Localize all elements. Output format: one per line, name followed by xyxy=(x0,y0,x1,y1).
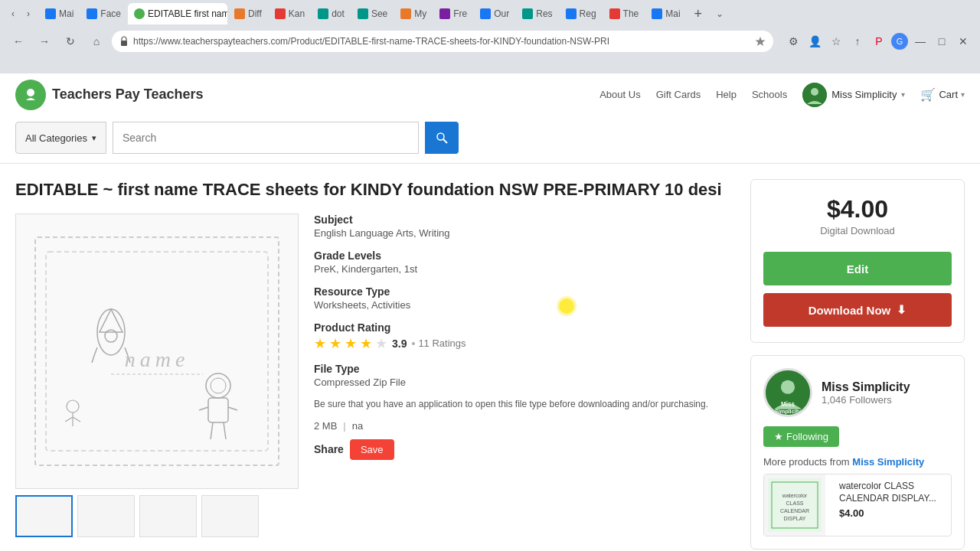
grade-label: Grade Levels xyxy=(314,249,732,262)
logo[interactable]: Teachers Pay Teachers xyxy=(15,80,203,110)
thumbnail-4[interactable] xyxy=(201,495,259,537)
price-actions: Edit Download Now ⬇ xyxy=(751,252,964,342)
grade-value: PreK, Kindergarten, 1st xyxy=(314,263,732,275)
cart-chevron: ▾ xyxy=(961,90,965,99)
thumbnail-3[interactable] xyxy=(139,495,197,537)
nav-about[interactable]: About Us xyxy=(599,89,640,100)
tab-dot[interactable]: dot xyxy=(312,3,351,24)
edit-button[interactable]: Edit xyxy=(763,252,952,285)
stars-row: ★ ★ ★ ★ ★ 3.9 • 11 Ratings xyxy=(314,335,732,352)
file-size: 2 MB xyxy=(314,420,337,432)
tab-label: Our xyxy=(494,8,509,19)
pinterest-button[interactable]: P xyxy=(870,32,888,51)
file-format: na xyxy=(352,420,363,432)
logo-icon xyxy=(15,80,46,110)
star-5: ★ xyxy=(375,335,387,352)
search-button[interactable] xyxy=(425,122,459,154)
tab-our[interactable]: Our xyxy=(474,3,515,24)
svg-point-14 xyxy=(211,378,226,393)
tab-favicon-face xyxy=(87,8,97,19)
tabs-back-btn[interactable]: ‹ xyxy=(6,7,20,21)
meta-grade: Grade Levels PreK, Kindergarten, 1st xyxy=(314,249,732,275)
minimize-button[interactable]: — xyxy=(911,32,929,51)
tab-navigation: ‹ › xyxy=(6,7,35,21)
save-button[interactable]: Save xyxy=(350,439,394,460)
resource-label: Resource Type xyxy=(314,285,732,298)
tab-diff[interactable]: Diff xyxy=(228,3,268,24)
tab-fre[interactable]: Fre xyxy=(433,3,473,24)
thumbnail-2[interactable] xyxy=(77,495,135,537)
tab-res[interactable]: Res xyxy=(516,3,558,24)
new-tab-button[interactable]: + xyxy=(688,3,709,24)
nav-help[interactable]: Help xyxy=(716,89,737,100)
star-1: ★ xyxy=(314,335,326,352)
tab-tpt[interactable]: EDITABLE first name... ✕ xyxy=(128,3,227,24)
tab-mai2[interactable]: Mai xyxy=(645,3,686,24)
tab-label: Kan xyxy=(289,8,305,19)
seller-details: Miss Simplicity 1,046 Followers xyxy=(822,380,910,406)
following-star-icon: ★ xyxy=(774,431,783,442)
svg-point-2 xyxy=(27,89,34,96)
file-size-row: 2 MB | na xyxy=(314,420,732,432)
download-button[interactable]: Download Now ⬇ xyxy=(763,293,952,327)
lock-icon xyxy=(119,36,129,47)
svg-line-18 xyxy=(65,417,73,422)
close-window-button[interactable]: ✕ xyxy=(954,32,972,51)
price-header: $4.00 Digital Download xyxy=(751,180,964,252)
thumbnail-1[interactable] xyxy=(15,495,73,537)
tab-my[interactable]: My xyxy=(394,3,433,24)
file-divider: | xyxy=(343,420,345,432)
reload-button[interactable]: ↻ xyxy=(60,31,81,52)
home-button[interactable]: ⌂ xyxy=(86,31,107,52)
tab-label: Mai xyxy=(665,8,680,19)
product-image-drawing: name xyxy=(34,236,279,466)
star-icon[interactable] xyxy=(755,36,766,47)
product-content: EDITABLE ~ first name TRACE sheets for K… xyxy=(15,179,732,549)
tab-mai1[interactable]: Mai xyxy=(39,3,80,24)
user-profile-button[interactable]: G xyxy=(891,33,908,50)
tab-overflow-btn[interactable]: ⌄ xyxy=(713,7,727,21)
nav-schools[interactable]: Schools xyxy=(752,89,787,100)
tabs-forward-btn[interactable]: › xyxy=(21,7,35,21)
bookmark-button[interactable]: ☆ xyxy=(827,32,845,51)
forward-button[interactable]: → xyxy=(34,31,55,52)
account-button[interactable]: 👤 xyxy=(805,32,824,51)
nav-gift-cards[interactable]: Gift Cards xyxy=(656,89,701,100)
tab-label: My xyxy=(414,8,426,19)
tab-favicon-the xyxy=(609,8,620,19)
search-input[interactable] xyxy=(113,122,419,154)
tab-favicon-fre xyxy=(439,8,450,19)
tab-favicon-my xyxy=(400,8,411,19)
seller-name: Miss Simplicity xyxy=(822,380,910,394)
user-menu[interactable]: Miss Simplicity ▾ xyxy=(802,83,905,107)
category-dropdown[interactable]: All Categories ▾ xyxy=(15,122,106,154)
tab-label: The xyxy=(623,8,639,19)
product-image-section: name xyxy=(15,214,299,537)
meta-file-note: Be sure that you have an application to … xyxy=(314,399,732,409)
related-product-card[interactable]: watercolor CLASS CALENDAR DISPLAY waterc… xyxy=(763,474,952,536)
filetype-value: Compressed Zip File xyxy=(314,377,732,388)
share-button[interactable]: ↑ xyxy=(848,32,867,51)
tab-favicon-res xyxy=(522,8,533,19)
cart-button[interactable]: 🛒 Cart ▾ xyxy=(920,87,965,102)
svg-text:watercolor: watercolor xyxy=(782,493,808,498)
extensions-button[interactable]: ⚙ xyxy=(784,32,802,51)
tab-label: EDITABLE first name... xyxy=(148,8,227,19)
download-icon: ⬇ xyxy=(897,303,906,317)
tab-favicon-reg xyxy=(566,8,577,19)
back-button[interactable]: ← xyxy=(8,31,29,52)
download-label: Download Now xyxy=(808,304,891,317)
tab-reg[interactable]: Reg xyxy=(560,3,603,24)
maximize-button[interactable]: □ xyxy=(933,32,951,51)
search-icon xyxy=(436,132,448,144)
url-bar[interactable]: https://www.teacherspayteachers.com/Prod… xyxy=(112,31,773,52)
product-meta: Subject English Language Arts, Writing G… xyxy=(314,214,732,537)
tab-favicon-tpt xyxy=(134,8,145,19)
following-button[interactable]: ★ Following xyxy=(763,426,839,447)
tab-see[interactable]: See xyxy=(351,3,394,24)
tab-the[interactable]: The xyxy=(603,3,645,24)
following-label: Following xyxy=(786,431,828,442)
tab-face[interactable]: Face xyxy=(80,3,127,24)
tab-favicon-diff xyxy=(234,8,245,19)
tab-kan[interactable]: Kan xyxy=(269,3,311,24)
